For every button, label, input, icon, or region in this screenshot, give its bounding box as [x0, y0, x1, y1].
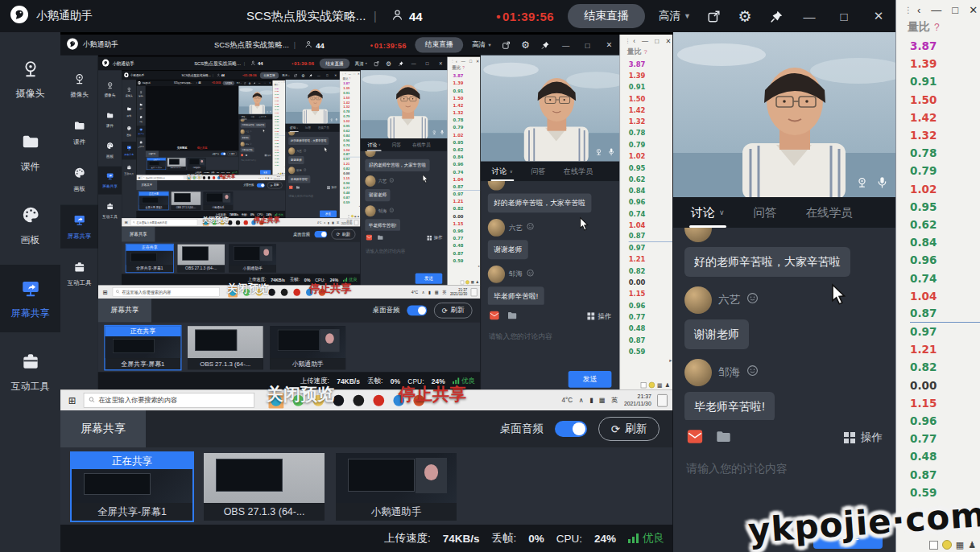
actions-button[interactable]: 操作 — [844, 430, 883, 445]
sidebar-item-camera[interactable]: 摄像头 — [122, 83, 136, 101]
stock-row[interactable]: 0.96 — [629, 196, 672, 208]
tab-discussion[interactable]: 讨论∨ — [367, 142, 380, 148]
smiley-icon[interactable] — [304, 149, 307, 153]
scroll-arrow-icon[interactable]: ▸ — [285, 167, 286, 168]
actions-button[interactable]: 操作 — [587, 311, 611, 321]
help-icon[interactable]: ? — [934, 22, 940, 33]
stock-row[interactable]: 1.42 — [910, 109, 980, 126]
quality-selector[interactable]: 高清▼ — [282, 73, 290, 77]
close-preview-button[interactable]: 关闭预览 — [202, 216, 229, 225]
tab-qa[interactable]: 问答 — [754, 205, 777, 220]
folder-icon[interactable] — [507, 311, 518, 323]
close-button[interactable]: ✕ — [268, 81, 271, 84]
actions-button[interactable]: 操作 — [265, 154, 271, 156]
camera-icon[interactable] — [267, 110, 269, 113]
share-thumbnail-assistant[interactable]: 小鹅通助手 — [229, 245, 275, 273]
desktop-audio-toggle[interactable] — [221, 152, 225, 154]
desktop-audio-toggle[interactable] — [314, 231, 327, 237]
quality-selector[interactable]: 高清▼ — [659, 9, 691, 23]
camera-icon[interactable] — [432, 130, 437, 137]
smiley-icon[interactable] — [527, 270, 534, 279]
sidebar-item-whiteboard[interactable]: 画板 — [0, 192, 60, 259]
stock-row[interactable]: 0.77 — [629, 311, 672, 323]
sidebar-item-camera[interactable]: 摄像头 — [0, 45, 60, 113]
tab-online-students[interactable]: 在线学员 — [806, 205, 853, 220]
stock-minimize-button[interactable]: — — [461, 59, 465, 64]
scroll-arrow-icon[interactable]: ▸ — [359, 204, 360, 207]
sidebar-item-courseware[interactable]: 课件 — [136, 101, 145, 112]
share-thumbnail-obs[interactable]: OBS 27.1.3 (64-... — [172, 192, 201, 209]
stock-row[interactable]: 1.04 — [629, 219, 672, 230]
stop-share-button[interactable]: 停止共享 — [197, 146, 208, 150]
end-live-button[interactable]: 结束直播 — [415, 37, 463, 52]
stock-row[interactable]: 1.02 — [910, 180, 980, 198]
red-packet-icon[interactable] — [241, 154, 243, 157]
camera-icon[interactable] — [330, 117, 333, 122]
stock-row[interactable]: 0.77 — [910, 430, 980, 447]
stock-row[interactable]: 0.79 — [453, 124, 481, 131]
stock-maximize-button[interactable]: □ — [354, 72, 355, 76]
sidebar-item-courseware[interactable]: 课件 — [98, 105, 122, 134]
red-packet-icon[interactable] — [289, 185, 293, 191]
stock-row[interactable]: 1.02 — [629, 150, 672, 162]
scroll-arrow-icon[interactable]: ▸ — [669, 357, 672, 363]
stock-row[interactable]: 0.78 — [629, 127, 672, 138]
stock-row[interactable]: 1.15 — [910, 394, 980, 412]
stock-row[interactable]: 0.84 — [453, 154, 481, 161]
chat-input-area[interactable]: 请输入您的讨论内容 发送 — [361, 245, 448, 286]
stock-row[interactable]: 0.00 — [453, 212, 481, 220]
stock-minimize-button[interactable]: — — [642, 37, 648, 45]
stock-row[interactable]: 0.79 — [910, 162, 980, 179]
settings-gear-icon[interactable]: ⚙ — [301, 73, 305, 78]
tab-screen-share[interactable]: 屏幕共享 — [136, 180, 157, 190]
share-thumbnail-assistant[interactable]: 小鹅通助手 — [336, 453, 457, 521]
scroll-arrow-icon[interactable]: ▸ — [478, 264, 480, 268]
pin-icon[interactable] — [308, 73, 312, 78]
share-icon[interactable] — [500, 39, 511, 51]
smiley-icon[interactable] — [250, 130, 251, 133]
stock-row[interactable]: 3.87 — [453, 72, 481, 80]
stop-share-button[interactable]: 停止共享 — [399, 383, 466, 406]
close-preview-button[interactable]: 关闭预览 — [267, 383, 334, 406]
minimize-button[interactable]: — — [559, 39, 572, 52]
close-button[interactable]: ✕ — [868, 6, 889, 27]
refresh-button[interactable]: ⟳刷新 — [227, 152, 237, 156]
stop-share-button[interactable]: 停止共享 — [254, 216, 280, 225]
back-icon[interactable]: ‹ — [276, 81, 277, 84]
stock-row[interactable]: 1.50 — [629, 93, 672, 104]
stock-row[interactable]: 0.74 — [629, 208, 672, 219]
stock-row[interactable]: 0.97 — [629, 242, 672, 253]
stock-row[interactable]: 0.91 — [629, 81, 672, 93]
share-thumbnail-obs[interactable]: OBS 27.1.3 (64-... — [188, 326, 263, 369]
close-button[interactable]: ✕ — [602, 39, 615, 52]
stock-row[interactable]: 1.50 — [910, 91, 980, 109]
sidebar-item-whiteboard[interactable]: 画板 — [122, 122, 136, 140]
stock-maximize-button[interactable]: □ — [655, 37, 659, 45]
stock-row[interactable]: 0.59 — [275, 163, 285, 167]
folder-icon[interactable] — [377, 234, 383, 242]
stock-row[interactable]: 0.87 — [910, 305, 980, 323]
stock-row[interactable]: 0.97 — [453, 191, 481, 198]
sidebar-item-whiteboard[interactable]: 画板 — [136, 113, 145, 125]
pin-icon[interactable] — [540, 39, 551, 51]
stock-row[interactable]: 0.82 — [910, 358, 980, 376]
stock-close-button[interactable]: ✕ — [358, 72, 360, 76]
stock-row[interactable]: 0.78 — [910, 144, 980, 162]
maximize-button[interactable]: □ — [325, 72, 329, 78]
chat-input-area[interactable]: 请输入您的讨论内容 发送 — [286, 192, 340, 218]
sidebar-item-tools[interactable]: 互动工具 — [136, 138, 145, 150]
end-live-button[interactable]: 结束直播 — [320, 59, 349, 68]
person-tool-icon[interactable]: ♟ — [968, 541, 976, 550]
share-icon[interactable] — [293, 73, 297, 78]
red-packet-icon[interactable] — [686, 428, 704, 448]
tab-online-students[interactable]: 在线学员 — [259, 115, 267, 117]
stock-row[interactable]: 0.95 — [629, 162, 672, 173]
stock-row[interactable]: 0.48 — [629, 323, 672, 334]
quality-selector[interactable]: 高清▼ — [472, 40, 492, 50]
tab-online-students[interactable]: 在线学员 — [318, 126, 329, 130]
stock-row[interactable]: 0.87 — [453, 183, 481, 190]
stock-row[interactable]: 0.59 — [629, 345, 672, 356]
tab-screen-share[interactable]: 屏幕共享 — [122, 227, 155, 242]
end-live-button[interactable]: 结束直播 — [568, 4, 645, 28]
stock-row[interactable]: 1.39 — [629, 70, 672, 81]
